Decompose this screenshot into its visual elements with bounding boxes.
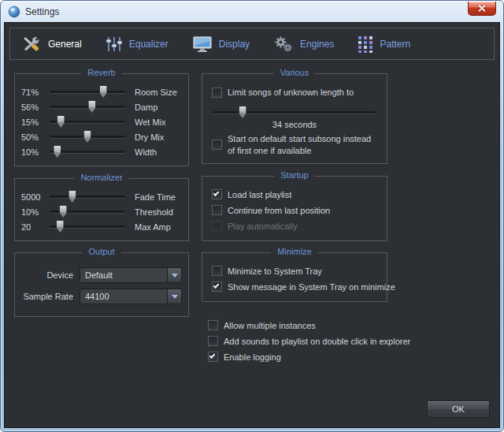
checkbox-show-tray-message[interactable]: Show message in System Tray on minimize (212, 279, 380, 295)
tab-equalizer[interactable]: Equalizer (106, 35, 169, 54)
checkbox[interactable] (208, 320, 218, 330)
checkbox-continue-last-position[interactable]: Continue from last position (212, 203, 380, 218)
dropdown-arrow-icon[interactable] (167, 289, 181, 304)
tab-label: Equalizer (129, 39, 169, 50)
slider-value: 56% (21, 102, 50, 112)
checkbox[interactable] (212, 266, 222, 276)
right-column: Various Limit songs of unknown length to… (202, 60, 387, 365)
gears-icon (273, 35, 294, 54)
checkbox-label: Allow multiple instances (224, 321, 316, 330)
checkbox-enable-logging[interactable]: Enable logging (208, 349, 387, 365)
checkbox-label: Load last playlist (228, 190, 291, 199)
checkbox-label: Play automatically (228, 222, 298, 231)
slider-label: Dry Mix (135, 132, 164, 142)
checkbox-multiple-instances[interactable]: Allow multiple instances (208, 318, 387, 333)
dry-mix-slider[interactable] (50, 131, 125, 143)
titlebar[interactable]: Settings (1, 1, 503, 22)
app-icon (8, 6, 20, 18)
tab-label: Display (219, 39, 250, 50)
checkbox[interactable] (212, 140, 222, 150)
settings-window: Settings (0, 0, 504, 432)
checkbox-label: Limit songs of unknown length to (228, 88, 354, 97)
slider-label: Fade Time (135, 192, 176, 202)
threshold-slider[interactable] (50, 206, 125, 218)
group-title: Output (82, 247, 120, 256)
group-title: Normalizer (74, 173, 128, 182)
checkbox-label: Minimize to System Tray (228, 266, 322, 276)
slider-value: 10% (21, 147, 50, 157)
fade-time-slider[interactable] (50, 191, 125, 203)
group-title: Reverb (81, 68, 121, 77)
group-title: Various (274, 68, 315, 77)
slider-thumb[interactable] (239, 106, 246, 118)
tab-general[interactable]: General (21, 35, 82, 54)
left-column: Reverb 71% Room Size 56% Damp 15% (14, 60, 189, 365)
slider-thumb[interactable] (60, 206, 67, 218)
group-various: Various Limit songs of unknown length to… (202, 73, 387, 164)
slider-thumb[interactable] (57, 116, 65, 128)
dropdown-value: Default (80, 270, 167, 280)
checkbox-add-sounds-double-click[interactable]: Add sounds to playlist on double click i… (208, 333, 387, 349)
room-size-slider[interactable] (50, 86, 125, 98)
sample-rate-dropdown[interactable]: 44100 (80, 289, 182, 304)
slider-value: 10% (21, 207, 50, 217)
slider-value: 50% (21, 132, 50, 142)
tools-icon (21, 35, 42, 54)
slider-thumb[interactable] (57, 221, 64, 233)
slider-thumb[interactable] (69, 191, 76, 203)
slider-row: 15% Wet Mix (21, 114, 182, 129)
slider-row: 71% Room Size (21, 84, 182, 99)
tab-label: Pattern (380, 39, 410, 50)
checkbox[interactable] (212, 205, 222, 215)
slider-thumb[interactable] (88, 101, 95, 113)
damp-slider[interactable] (50, 101, 125, 113)
slider-row: 10% Width (21, 144, 182, 159)
slider-thumb[interactable] (84, 131, 91, 143)
tab-display[interactable]: Display (192, 35, 250, 54)
checkbox[interactable] (208, 336, 218, 346)
slider-thumb[interactable] (100, 86, 107, 98)
checkbox-minimize-to-tray[interactable]: Minimize to System Tray (212, 263, 380, 279)
checkbox[interactable] (212, 88, 222, 98)
checkbox-label: Add sounds to playlist on double click i… (224, 337, 410, 346)
checkbox-play-automatically: Play automatically (212, 218, 380, 234)
slider-value: 20 (21, 222, 50, 232)
width-slider[interactable] (50, 146, 125, 158)
tab-bar: General Equalizer (9, 28, 495, 60)
checkbox[interactable] (208, 352, 218, 362)
wet-mix-slider[interactable] (50, 116, 125, 128)
limit-seconds-value: 34 seconds (209, 120, 380, 129)
checkbox[interactable] (212, 189, 222, 199)
group-output: Output Device Default Sample Rate 44100 (14, 252, 189, 317)
client-area: General Equalizer (4, 22, 500, 428)
checkbox (212, 221, 222, 231)
group-title: Startup (274, 170, 314, 180)
group-minimize: Minimize Minimize to System Tray Show me… (202, 252, 387, 302)
close-button[interactable] (468, 2, 496, 16)
tab-pattern[interactable]: Pattern (358, 35, 410, 54)
group-reverb: Reverb 71% Room Size 56% Damp 15% (14, 73, 189, 166)
checkbox[interactable] (212, 281, 222, 292)
slider-row: 50% Dry Mix (21, 129, 182, 144)
checkbox-load-last-playlist[interactable]: Load last playlist (212, 187, 380, 203)
dropdown-arrow-icon[interactable] (167, 268, 181, 282)
slider-thumb[interactable] (54, 146, 61, 158)
checkbox-label: Start on default start subsong instead o… (228, 133, 380, 157)
tab-engines[interactable]: Engines (273, 35, 334, 54)
group-title: Minimize (271, 247, 317, 256)
slider-row: 10% Threshold (21, 204, 182, 219)
checkbox-start-subsong[interactable]: Start on default start subsong instead o… (212, 133, 380, 157)
slider-label: Max Amp (135, 222, 171, 232)
slider-value: 15% (21, 117, 50, 127)
limit-seconds-slider[interactable] (213, 106, 376, 118)
checkbox-limit-songs[interactable]: Limit songs of unknown length to (212, 84, 380, 100)
check-icon (209, 352, 216, 359)
checkbox-label: Enable logging (224, 352, 281, 362)
tab-label: Engines (300, 39, 334, 50)
max-amp-slider[interactable] (50, 221, 125, 233)
device-dropdown[interactable]: Default (80, 267, 182, 283)
ok-button[interactable]: OK (427, 400, 490, 418)
slider-row: 20 Max Amp (21, 219, 182, 234)
close-icon (479, 5, 486, 12)
slider-value: 5000 (21, 192, 50, 202)
